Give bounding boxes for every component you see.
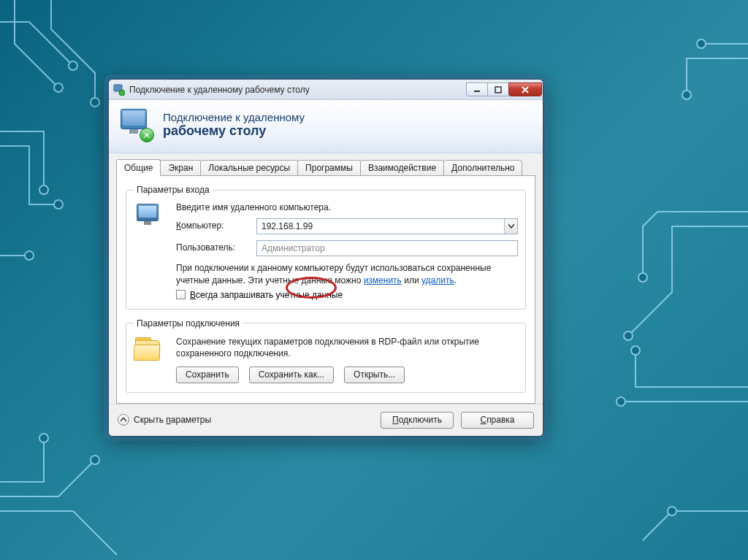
tab-advanced[interactable]: Дополнительно: [443, 160, 522, 176]
window-controls: [467, 83, 542, 96]
tab-general[interactable]: Общие: [116, 159, 161, 176]
login-group: Параметры входа Введите имя удаленного к…: [126, 185, 526, 310]
folder-icon: [134, 336, 163, 364]
svg-point-6: [697, 39, 706, 48]
chevron-down-icon[interactable]: [504, 219, 517, 234]
rdp-icon: [119, 107, 154, 142]
svg-point-5: [25, 251, 34, 260]
window-title: Подключение к удаленному рабочему столу: [129, 85, 467, 95]
svg-point-2: [39, 185, 48, 194]
svg-point-13: [39, 434, 48, 442]
login-legend: Параметры входа: [134, 185, 213, 195]
connect-button[interactable]: Подключить: [381, 412, 454, 429]
tab-programs[interactable]: Программы: [297, 160, 361, 176]
tab-experience[interactable]: Взаимодействие: [360, 160, 444, 176]
help-button[interactable]: Справка: [461, 412, 534, 429]
user-value: Администратор: [262, 243, 325, 253]
svg-point-7: [682, 91, 691, 99]
svg-point-0: [54, 83, 63, 92]
credentials-info: При подключении к данному компьютеру буд…: [176, 262, 518, 287]
close-button[interactable]: [508, 83, 542, 96]
tab-local-resources[interactable]: Локальные ресурсы: [200, 160, 298, 176]
banner-line1: Подключение к удаленному: [163, 111, 305, 123]
svg-point-1: [69, 61, 77, 70]
svg-point-12: [91, 456, 99, 464]
banner: Подключение к удаленному рабочему столу: [109, 100, 543, 153]
svg-point-4: [91, 98, 99, 107]
always-ask-label: Всегда запрашивать учетные данные: [190, 290, 343, 300]
computer-value: 192.168.1.99: [257, 221, 504, 231]
computer-combo[interactable]: 192.168.1.99: [256, 218, 518, 234]
svg-point-10: [631, 346, 640, 355]
save-button[interactable]: Сохранить: [176, 367, 239, 383]
user-field[interactable]: Администратор: [256, 240, 518, 256]
delete-link[interactable]: удалить: [421, 275, 454, 285]
chevron-up-icon: [118, 414, 129, 426]
svg-point-14: [668, 507, 676, 515]
minimize-button[interactable]: [466, 83, 488, 96]
open-button[interactable]: Открыть...: [344, 367, 405, 383]
svg-point-3: [54, 200, 63, 209]
svg-point-19: [145, 134, 148, 137]
banner-line2: рабочему столу: [163, 123, 305, 139]
svg-point-11: [617, 397, 625, 406]
computer-label: Компьютер:: [176, 218, 249, 231]
rdp-small-icon: [113, 84, 125, 96]
svg-point-9: [624, 331, 633, 340]
svg-rect-18: [495, 87, 501, 93]
tab-display[interactable]: Экран: [160, 160, 201, 176]
connection-group: Параметры подключения Сохранение текущих…: [126, 318, 526, 393]
computer-icon: [134, 202, 163, 231]
svg-point-8: [638, 273, 647, 282]
connection-legend: Параметры подключения: [134, 318, 243, 329]
svg-point-16: [119, 90, 125, 96]
user-label: Пользователь:: [176, 240, 249, 253]
tabs: Общие Экран Локальные ресурсы Программы …: [116, 159, 535, 176]
connection-text: Сохранение текущих параметров подключени…: [176, 336, 518, 359]
hide-params-toggle[interactable]: Скрыть параметры: [118, 414, 211, 426]
always-ask-checkbox[interactable]: [176, 290, 186, 299]
tab-panel-general: Параметры входа Введите имя удаленного к…: [116, 175, 535, 404]
change-link[interactable]: изменить: [364, 275, 402, 285]
login-prompt: Введите имя удаленного компьютера.: [176, 202, 518, 212]
save-as-button[interactable]: Сохранить как...: [249, 367, 334, 383]
titlebar[interactable]: Подключение к удаленному рабочему столу: [109, 80, 543, 100]
footer: Скрыть параметры Подключить Справка: [109, 404, 543, 436]
rdp-window: Подключение к удаленному рабочему столу …: [108, 79, 543, 437]
maximize-button[interactable]: [487, 83, 509, 96]
